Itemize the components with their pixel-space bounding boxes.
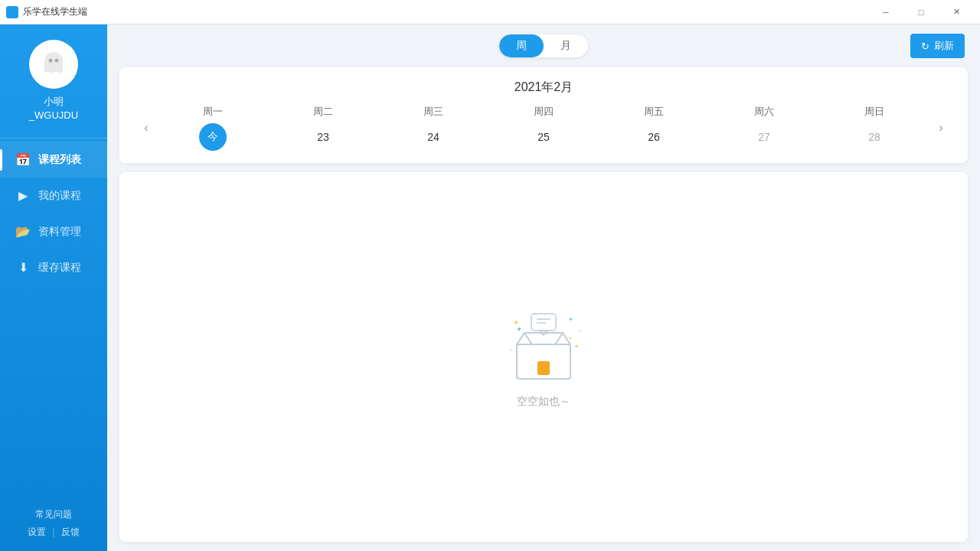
- sidebar-item-schedule-label: 课程列表: [38, 153, 81, 167]
- cal-day-1[interactable]: 周二23: [268, 105, 378, 151]
- day-number: 26: [640, 123, 668, 151]
- play-icon: ▶: [15, 188, 31, 203]
- cal-day-3[interactable]: 周四25: [488, 105, 599, 151]
- app-icon: [6, 6, 18, 18]
- ghost-icon: [38, 49, 69, 80]
- day-name: 周五: [644, 105, 664, 119]
- svg-point-11: [518, 328, 521, 331]
- titlebar-left: 乐学在线学生端: [6, 5, 87, 18]
- help-link[interactable]: 常见问题: [28, 508, 80, 521]
- month-view-button[interactable]: 月: [544, 34, 588, 57]
- sidebar-divider: [0, 138, 107, 139]
- view-toggle: 周 月: [499, 34, 588, 57]
- day-number: 28: [861, 123, 888, 151]
- username: 小明 _WGUJDU: [29, 95, 78, 122]
- footer-links-row: 设置 ｜ 反馈: [28, 526, 80, 539]
- calendar-icon: 📅: [15, 152, 31, 167]
- sidebar-item-schedule[interactable]: 📅 课程列表: [0, 142, 107, 178]
- day-name: 周二: [313, 105, 333, 119]
- day-name: 周日: [864, 105, 884, 119]
- avatar: [29, 40, 78, 89]
- sidebar-item-materials[interactable]: 📂 资料管理: [0, 214, 107, 249]
- feedback-link[interactable]: 反馈: [61, 526, 80, 539]
- day-number: 27: [750, 123, 778, 151]
- svg-text:✦: ✦: [513, 318, 519, 327]
- day-number: 24: [420, 123, 447, 151]
- day-name: 周四: [534, 105, 554, 119]
- sidebar: 小明 _WGUJDU 📅 课程列表 ▶ 我的课程 📂 资料管理: [0, 24, 107, 551]
- user-section: 小明 _WGUJDU: [29, 24, 78, 135]
- empty-illustration: ✦ ✦ ✦ + +: [498, 306, 590, 383]
- sidebar-item-downloads-label: 缓存课程: [38, 261, 81, 275]
- top-bar: 周 月 ↻ 刷新: [107, 24, 980, 67]
- empty-text: 空空如也～: [517, 395, 570, 409]
- calendar-title: 2021年2月: [135, 80, 952, 96]
- day-number: 今: [199, 123, 227, 151]
- nav-items: 📅 课程列表 ▶ 我的课程 📂 资料管理 ⬇ 缓存课程: [0, 142, 107, 499]
- sidebar-item-materials-label: 资料管理: [38, 225, 81, 239]
- cal-days: 周一今周二23周三24周四25周五26周六27周日28: [158, 105, 929, 151]
- footer-divider-v: ｜: [49, 526, 58, 539]
- sidebar-item-my-courses[interactable]: ▶ 我的课程: [0, 178, 107, 214]
- download-icon: ⬇: [15, 260, 31, 275]
- titlebar-controls: ─ □ ✕: [868, 0, 974, 24]
- svg-point-2: [49, 59, 53, 63]
- cal-day-6[interactable]: 周日28: [819, 105, 929, 151]
- sidebar-item-downloads[interactable]: ⬇ 缓存课程: [0, 249, 107, 285]
- svg-rect-10: [537, 361, 550, 375]
- minimize-button[interactable]: ─: [868, 0, 903, 24]
- app-body: 小明 _WGUJDU 📅 课程列表 ▶ 我的课程 📂 资料管理: [0, 24, 980, 551]
- cal-day-5[interactable]: 周六27: [709, 105, 819, 151]
- empty-state: ✦ ✦ ✦ + + 空空如也～: [498, 306, 590, 409]
- day-name: 周六: [754, 105, 774, 119]
- cal-day-0[interactable]: 周一今: [158, 105, 268, 151]
- refresh-button[interactable]: ↻ 刷新: [910, 34, 965, 58]
- day-number: 25: [530, 123, 557, 151]
- svg-rect-1: [44, 61, 63, 72]
- svg-rect-6: [531, 314, 556, 331]
- svg-text:✦: ✦: [574, 344, 579, 349]
- settings-link[interactable]: 设置: [28, 526, 46, 539]
- week-view-button[interactable]: 周: [499, 34, 544, 57]
- content-area: ✦ ✦ ✦ + + 空空如也～: [119, 172, 968, 542]
- maximize-button[interactable]: □: [903, 0, 939, 24]
- titlebar-title: 乐学在线学生端: [23, 5, 87, 18]
- svg-text:✦: ✦: [568, 316, 573, 323]
- folder-icon: 📂: [15, 224, 31, 239]
- refresh-label: 刷新: [934, 39, 954, 53]
- cal-day-2[interactable]: 周三24: [378, 105, 488, 151]
- prev-week-button[interactable]: ‹: [135, 116, 158, 139]
- svg-point-3: [55, 59, 59, 63]
- day-name: 周三: [423, 105, 443, 119]
- day-name: 周一: [203, 105, 223, 119]
- sidebar-footer: 常见问题 设置 ｜ 反馈: [28, 499, 80, 551]
- main-content: 周 月 ↻ 刷新 2021年2月 ‹ 周一今周二23周三24周四25周五26周六…: [107, 24, 980, 551]
- cal-day-4[interactable]: 周五26: [599, 105, 709, 151]
- calendar-week: ‹ 周一今周二23周三24周四25周五26周六27周日28 ›: [135, 105, 952, 151]
- refresh-icon: ↻: [921, 41, 929, 52]
- close-button[interactable]: ✕: [939, 0, 974, 24]
- sidebar-item-my-courses-label: 我的课程: [38, 189, 81, 203]
- svg-point-12: [570, 337, 572, 339]
- svg-text:+: +: [509, 347, 512, 353]
- titlebar: 乐学在线学生端 ─ □ ✕: [0, 0, 980, 24]
- day-number: 23: [309, 123, 337, 151]
- calendar-section: 2021年2月 ‹ 周一今周二23周三24周四25周五26周六27周日28 ›: [119, 67, 968, 163]
- next-week-button[interactable]: ›: [929, 116, 952, 139]
- svg-text:+: +: [578, 328, 581, 334]
- active-indicator: [0, 149, 2, 171]
